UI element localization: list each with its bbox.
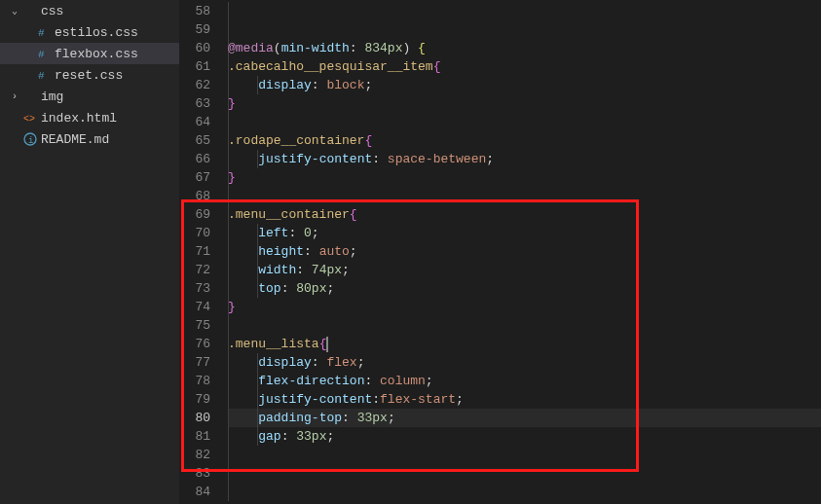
svg-text:<>: <>: [23, 114, 35, 125]
code-line[interactable]: [228, 446, 821, 464]
code-token: justify-content: [258, 392, 372, 407]
code-token: flex: [326, 355, 356, 370]
tree-item-label: README.md: [39, 132, 109, 147]
code-line[interactable]: display: block;: [228, 76, 821, 94]
code-token: 0: [304, 226, 312, 240]
line-number: 74: [179, 298, 210, 316]
code-token: 834px: [364, 41, 402, 55]
code-line[interactable]: padding-top: 33px;: [228, 409, 821, 427]
code-token: ;: [456, 392, 464, 407]
code-line[interactable]: }: [228, 168, 821, 187]
tree-item-label: index.html: [39, 111, 117, 126]
line-number: 80: [179, 409, 210, 427]
code-token: 33px: [296, 429, 326, 444]
svg-text:#: #: [38, 70, 45, 82]
code-token: 80px: [296, 281, 326, 296]
tree-item-estilos-css[interactable]: #estilos.css: [0, 21, 179, 43]
code-line[interactable]: }: [228, 94, 821, 113]
code-token: display: [258, 355, 312, 370]
tree-item-reset-css[interactable]: #reset.css: [0, 64, 179, 86]
line-number: 70: [179, 224, 210, 242]
svg-text:#: #: [38, 49, 45, 60]
code-line[interactable]: [228, 187, 821, 205]
code-line[interactable]: @media(min-width: 834px) {: [228, 39, 821, 57]
code-line[interactable]: display: flex;: [228, 353, 821, 372]
code-line[interactable]: [228, 483, 821, 501]
line-number: 82: [179, 446, 210, 464]
code-line[interactable]: width: 74px;: [228, 261, 821, 279]
code-line[interactable]: [228, 316, 821, 335]
line-number: 84: [179, 483, 210, 501]
code-line[interactable]: [228, 113, 821, 131]
line-number: 58: [179, 2, 210, 20]
code-token: ;: [388, 411, 395, 425]
line-number: 83: [179, 464, 210, 483]
tree-item-README-md[interactable]: iREADME.md: [0, 128, 179, 150]
code-token: ;: [357, 355, 365, 370]
code-token: .cabecalho__pesquisar__item: [228, 59, 433, 74]
code-line[interactable]: }: [228, 298, 821, 316]
text-cursor: [326, 337, 328, 352]
code-token: 74px: [312, 263, 342, 277]
code-token: block: [326, 78, 364, 92]
code-line[interactable]: [228, 464, 821, 483]
line-number: 60: [179, 39, 210, 57]
line-number: 68: [179, 187, 210, 205]
chevron-right-icon: ›: [8, 91, 21, 102]
code-token: width: [258, 263, 296, 277]
code-token: }: [228, 170, 236, 185]
code-token: :: [288, 226, 304, 240]
code-token: @media: [228, 41, 274, 55]
code-line[interactable]: [228, 2, 821, 20]
code-token: }: [228, 300, 236, 314]
code-token: 33px: [357, 411, 388, 425]
line-number: 76: [179, 335, 210, 353]
code-line[interactable]: justify-content: space-between;: [228, 150, 821, 168]
code-line[interactable]: .menu__container{: [228, 205, 821, 224]
code-editor[interactable]: 5859606162636465666768697071727374757677…: [179, 0, 821, 504]
line-number: 78: [179, 372, 210, 390]
tree-item-flexbox-css[interactable]: #flexbox.css: [0, 43, 179, 64]
code-line[interactable]: [228, 20, 821, 39]
line-number: 75: [179, 316, 210, 335]
code-token: auto: [319, 244, 350, 259]
css-file-icon: #: [35, 46, 53, 61]
code-token: :: [312, 78, 327, 92]
tree-item-label: flexbox.css: [53, 47, 138, 61]
line-number: 61: [179, 57, 210, 76]
code-token: :: [342, 411, 357, 425]
code-token: column: [380, 374, 426, 388]
tree-item-img[interactable]: ›img: [0, 86, 179, 107]
code-line[interactable]: top: 80px;: [228, 279, 821, 298]
code-line[interactable]: height: auto;: [228, 242, 821, 261]
code-token: :: [350, 41, 365, 55]
code-area[interactable]: @media(min-width: 834px) {.cabecalho__pe…: [228, 0, 821, 504]
code-token: ;: [350, 244, 357, 259]
code-token: padding-top: [258, 411, 342, 425]
tree-item-label: reset.css: [53, 68, 123, 83]
code-line[interactable]: .menu__lista{: [228, 335, 821, 353]
line-gutter: 5859606162636465666768697071727374757677…: [179, 0, 228, 504]
file-explorer[interactable]: ⌄css#estilos.css#flexbox.css#reset.css›i…: [0, 0, 179, 504]
code-line[interactable]: left: 0;: [228, 224, 821, 242]
code-token: .rodape__container: [228, 133, 364, 148]
code-token: .menu__lista: [228, 337, 319, 351]
code-token: :: [304, 244, 319, 259]
code-token: }: [228, 96, 236, 111]
code-token: :: [372, 152, 388, 166]
code-line[interactable]: justify-content:flex-start;: [228, 390, 821, 409]
code-token: space-between: [388, 152, 486, 166]
tree-item-index-html[interactable]: <>index.html: [0, 107, 179, 128]
code-line[interactable]: gap: 33px;: [228, 427, 821, 446]
css-file-icon: #: [35, 24, 53, 40]
code-token: ;: [426, 374, 433, 388]
code-token: flex-direction: [258, 374, 364, 388]
code-line[interactable]: .rodape__container{: [228, 131, 821, 150]
line-number: 67: [179, 168, 210, 187]
code-token: ): [402, 41, 418, 55]
code-line[interactable]: flex-direction: column;: [228, 372, 821, 390]
code-token: :: [364, 374, 380, 388]
tree-item-css[interactable]: ⌄css: [0, 0, 179, 21]
line-number: 64: [179, 113, 210, 131]
code-line[interactable]: .cabecalho__pesquisar__item{: [228, 57, 821, 76]
